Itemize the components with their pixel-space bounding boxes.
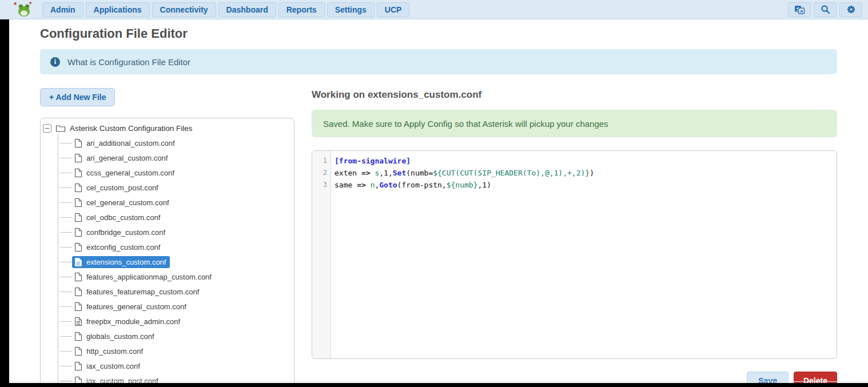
nav-item-reports[interactable]: Reports	[278, 2, 325, 17]
file-icon	[74, 332, 82, 341]
code-editor[interactable]: 1[from-signalwire]2exten => s,1,Set(numb…	[312, 150, 837, 359]
nav-item-admin[interactable]: Admin	[42, 2, 83, 17]
file-name-label: iax_custom.conf	[86, 362, 140, 370]
file-name-label: features_general_custom.conf	[86, 302, 186, 311]
code-line: 1[from-signalwire]	[312, 155, 837, 167]
tree-file-row: extensions_custom.conf	[43, 254, 289, 269]
file-name-label: freepbx_module_admin.conf	[86, 317, 180, 326]
tree-file-ccss_general_custom.conf[interactable]: ccss_general_custom.conf	[72, 167, 178, 179]
nav-item-dashboard[interactable]: Dashboard	[218, 2, 276, 17]
file-icon	[74, 302, 82, 312]
info-icon: i	[50, 57, 60, 67]
tree-file-features_featuremap_custom.conf[interactable]: features_featuremap_custom.conf	[72, 286, 203, 298]
tree-file-row: cel_general_custom.conf	[43, 195, 289, 210]
tree-file-row: features_applicationmap_custom.conf	[43, 269, 289, 284]
tree-file-iax_custom.conf[interactable]: iax_custom.conf	[72, 360, 144, 372]
file-icon	[74, 346, 82, 356]
bottom-black-border	[0, 383, 868, 387]
language-icon: 文 A	[794, 5, 805, 14]
file-name-label: features_applicationmap_custom.conf	[86, 273, 212, 281]
nav-item-ucp[interactable]: UCP	[377, 2, 410, 17]
file-icon	[74, 153, 82, 163]
code-text: exten => s,1,Set(numb=${CUT(CUT(SIP_HEAD…	[331, 167, 594, 179]
info-banner[interactable]: i What is Configuration File Editor	[40, 49, 837, 74]
tree-file-ari_general_custom.conf[interactable]: ari_general_custom.conf	[72, 152, 172, 164]
nav-item-applications[interactable]: Applications	[86, 2, 150, 17]
nav-item-settings[interactable]: Settings	[327, 2, 375, 17]
file-text-icon	[74, 257, 82, 267]
tree-file-row: globals_custom.conf	[43, 329, 289, 344]
collapse-toggle-icon[interactable]	[43, 124, 51, 133]
file-icon	[74, 361, 82, 371]
saved-success-text: Saved. Make sure to Apply Config so that…	[323, 119, 608, 129]
tree-root-label: Asterisk Custom Configuration Files	[70, 124, 193, 133]
tree-file-confbridge_custom.conf[interactable]: confbridge_custom.conf	[72, 226, 169, 238]
tree-file-row: http_custom.conf	[43, 344, 289, 358]
tree-file-ari_additional_custom.conf[interactable]: ari_additional_custom.conf	[72, 137, 179, 149]
file-name-label: extconfig_custom.conf	[86, 243, 160, 252]
gear-icon	[846, 4, 857, 15]
tree-file-features_general_custom.conf[interactable]: features_general_custom.conf	[72, 301, 190, 313]
tree-file-cel_general_custom.conf[interactable]: cel_general_custom.conf	[72, 197, 173, 209]
line-number: 3	[312, 179, 331, 191]
file-name-label: cel_general_custom.conf	[86, 198, 169, 207]
file-icon	[74, 198, 82, 208]
page-title: Configuration File Editor	[40, 26, 837, 41]
tree-file-http_custom.conf[interactable]: http_custom.conf	[72, 345, 147, 357]
tree-file-globals_custom.conf[interactable]: globals_custom.conf	[72, 330, 158, 342]
tree-root-node[interactable]: Asterisk Custom Configuration Files	[43, 121, 289, 135]
tree-file-features_applicationmap_custom.conf[interactable]: features_applicationmap_custom.conf	[72, 271, 216, 283]
info-banner-text: What is Configuration File Editor	[67, 57, 190, 67]
add-new-file-button[interactable]: + Add New File	[40, 88, 115, 106]
file-icon	[74, 242, 82, 252]
search-button[interactable]	[814, 2, 837, 17]
file-icon	[74, 287, 82, 297]
settings-gear-button[interactable]	[839, 2, 862, 17]
file-icon	[74, 138, 82, 148]
file-name-label: ccss_general_custom.conf	[86, 169, 174, 177]
code-line: 2exten => s,1,Set(numb=${CUT(CUT(SIP_HEA…	[312, 167, 837, 179]
freepbx-logo-icon[interactable]: * *	[14, 1, 34, 18]
file-name-label: cel_odbc_custom.conf	[86, 213, 160, 222]
page-content: Configuration File Editor i What is Conf…	[9, 19, 868, 383]
code-lines: 1[from-signalwire]2exten => s,1,Set(numb…	[312, 151, 837, 191]
saved-success-alert: Saved. Make sure to Apply Config so that…	[312, 110, 837, 137]
tree-file-row: ari_general_custom.conf	[43, 150, 289, 165]
file-icon	[74, 228, 82, 237]
left-black-border	[0, 19, 9, 387]
svg-text:A: A	[800, 9, 803, 14]
tree-file-freepbx_module_admin.conf[interactable]: freepbx_module_admin.conf	[72, 316, 184, 328]
tree-file-cel_custom_post.conf[interactable]: cel_custom_post.conf	[72, 182, 162, 194]
file-tree-panel: Asterisk Custom Configuration Files ari_…	[40, 118, 294, 387]
tree-file-row: iax_custom.conf	[43, 358, 289, 373]
file-icon	[74, 168, 82, 178]
file-icon	[74, 183, 82, 193]
tree-file-cel_odbc_custom.conf[interactable]: cel_odbc_custom.conf	[72, 212, 164, 224]
tree-file-row: features_featuremap_custom.conf	[43, 284, 289, 299]
tree-file-row: ccss_general_custom.conf	[43, 165, 289, 180]
file-name-label: globals_custom.conf	[86, 332, 154, 341]
tree-file-row: extconfig_custom.conf	[43, 240, 289, 254]
tree-file-row: cel_custom_post.conf	[43, 180, 289, 195]
tree-file-extensions_custom.conf[interactable]: extensions_custom.conf	[72, 256, 170, 268]
tree-file-row: features_general_custom.conf	[43, 299, 289, 314]
svg-text:*: *	[29, 1, 32, 7]
tree-file-row: freepbx_module_admin.conf	[43, 314, 289, 329]
nav-item-connectivity[interactable]: Connectivity	[152, 2, 216, 17]
top-navbar: * * AdminApplicationsConnectivityDashboa…	[0, 0, 868, 19]
file-name-label: cel_custom_post.conf	[86, 183, 158, 192]
tree-file-row: cel_odbc_custom.conf	[43, 210, 289, 225]
language-button[interactable]: 文 A	[788, 2, 811, 17]
tree-file-row: confbridge_custom.conf	[43, 225, 289, 240]
file-icon	[74, 213, 82, 222]
tree-file-row: ari_additional_custom.conf	[43, 135, 289, 150]
code-text: same => n,Goto(from-pstn,${numb},1)	[331, 179, 491, 191]
line-number: 1	[312, 155, 331, 167]
tree-files: ari_additional_custom.confari_general_cu…	[43, 135, 289, 387]
line-number: 2	[312, 167, 331, 179]
code-text: [from-signalwire]	[331, 155, 411, 167]
file-name-label: ari_general_custom.conf	[86, 154, 168, 162]
svg-text:*: *	[14, 1, 17, 9]
file-name-label: confbridge_custom.conf	[86, 228, 165, 237]
tree-file-extconfig_custom.conf[interactable]: extconfig_custom.conf	[72, 241, 164, 253]
